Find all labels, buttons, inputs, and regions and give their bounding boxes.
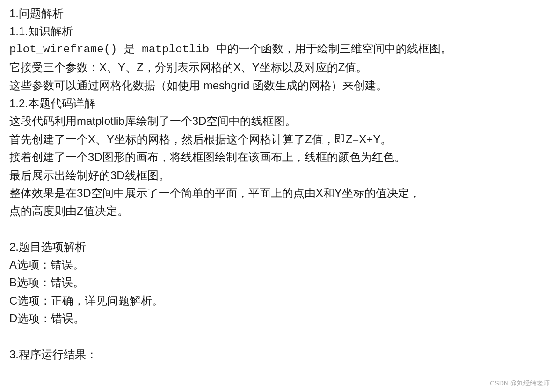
- option-b: B选项：错误。: [9, 274, 550, 291]
- document-content: 1.问题解析 1.1.知识解析 plot_wireframe() 是 matpl…: [9, 5, 550, 363]
- text-line: 点的高度则由Z值决定。: [9, 202, 550, 220]
- text-line: 整体效果是在3D空间中展示了一个简单的平面，平面上的点由X和Y坐标的值决定，: [9, 184, 550, 202]
- text-line: 这些参数可以通过网格化数据（如使用 meshgrid 函数生成的网格）来创建。: [9, 77, 550, 94]
- watermark: CSDN @刘经纬老师: [490, 378, 550, 388]
- heading-3: 3.程序运行结果：: [9, 346, 550, 363]
- option-a: A选项：错误。: [9, 256, 550, 274]
- option-c: C选项：正确，详见问题解析。: [9, 292, 550, 310]
- text-line: 接着创建了一个3D图形的画布，将线框图绘制在该画布上，线框的颜色为红色。: [9, 148, 550, 166]
- blank-line: [9, 220, 550, 238]
- option-d: D选项：错误。: [9, 310, 550, 327]
- heading-2: 2.题目选项解析: [9, 238, 550, 256]
- text-line: plot_wireframe() 是 matplotlib 中的一个函数，用于绘…: [9, 41, 550, 58]
- heading-1-2: 1.2.本题代码详解: [9, 94, 550, 112]
- text-line: 这段代码利用matplotlib库绘制了一个3D空间中的线框图。: [9, 112, 550, 130]
- text-line: 它接受三个参数：X、Y、Z，分别表示网格的X、Y坐标以及对应的Z值。: [9, 58, 550, 76]
- text-line: 最后展示出绘制好的3D线框图。: [9, 167, 550, 184]
- blank-line: [9, 328, 550, 346]
- heading-1-1: 1.1.知识解析: [9, 22, 550, 40]
- heading-1: 1.问题解析: [9, 5, 550, 22]
- text-line: 首先创建了一个X、Y坐标的网格，然后根据这个网格计算了Z值，即Z=X+Y。: [9, 131, 550, 148]
